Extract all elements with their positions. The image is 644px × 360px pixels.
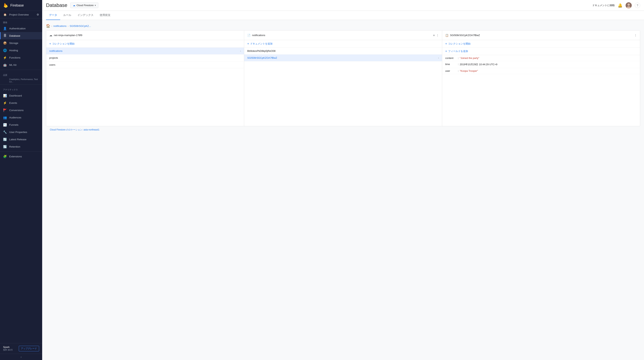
upgrade-button[interactable]: アップグレード [19, 346, 39, 351]
section-label-quality: 品質 [0, 71, 42, 77]
collection-item-projects[interactable]: projects [46, 55, 244, 61]
notification-bell-icon[interactable]: 🔔 [618, 3, 622, 8]
firebase-logo-icon [3, 3, 8, 8]
sidebar-header: Firebase [0, 0, 42, 11]
hosting-icon: 🌐 [3, 48, 7, 52]
svg-point-1 [628, 4, 630, 6]
sidebar-item-label-dashboard: Dashboard [9, 94, 22, 97]
tab-indexes[interactable]: インデックス [74, 11, 96, 20]
sidebar-item-functions[interactable]: ⚡ Functions [0, 54, 42, 61]
plan-name: Spark [3, 346, 13, 348]
field-value-content: "Joined the party" [460, 57, 479, 60]
more-icon-3[interactable]: ⋮ [634, 34, 637, 37]
column-doc-fields: 📋 SGI508rSGCpKZOA7fBwZ ⋮ + コレクションを開始 + フ… [442, 31, 640, 126]
db-selector[interactable]: ☁ Cloud Firestore ▾ [70, 3, 98, 8]
collection-item-users[interactable]: users [46, 61, 244, 68]
sidebar-item-mlkit[interactable]: 🤖 ML Kit [0, 61, 42, 69]
col3-icon: 📋 [445, 34, 448, 37]
dashboard-icon: 📊 [3, 94, 7, 97]
plus-icon-4: + [445, 50, 447, 53]
sidebar-item-conversions[interactable]: 🚩 Conversions [0, 106, 42, 114]
col3-actions: ⋮ [634, 34, 637, 37]
storage-icon: 📦 [3, 41, 7, 45]
project-overview-label: Project Overview [9, 13, 29, 16]
breadcrumb-sep-2: › [68, 25, 68, 28]
more-icon[interactable]: ⋮ [436, 34, 439, 37]
add-document-link[interactable]: + ドキュメントを追加 [244, 40, 442, 48]
sidebar-item-label-storage: Storage [9, 42, 18, 45]
sidebar-item-label-user-properties: User Properties [9, 131, 27, 134]
sidebar: Firebase 🏠 Project Overview ⚙ 開発 👤 Authe… [0, 0, 42, 360]
sidebar-divider-3 [0, 151, 42, 152]
settings-icon[interactable]: ⚙ [36, 13, 39, 16]
field-row-content: content : "Joined the party" [442, 55, 640, 61]
main-content: Database ☁ Cloud Firestore ▾ ドキュメントに移動 🔔… [42, 0, 644, 360]
field-colon-3: : [458, 69, 459, 72]
sidebar-item-label-extensions: Extensions [9, 155, 22, 158]
plan-price: 無料 $0/月 [3, 348, 13, 351]
home-icon: 🏠 [3, 13, 7, 17]
sidebar-item-label-audiences: Audiences [9, 116, 21, 119]
sidebar-item-label-events: Events [9, 101, 17, 104]
col1-title: net-ninja-marioplan-178f9 [54, 34, 241, 37]
collection-item-notifications[interactable]: notifications › [46, 48, 244, 55]
breadcrumb-notifications[interactable]: notifications [53, 25, 66, 28]
tab-usage[interactable]: 使用状況 [96, 11, 114, 20]
sidebar-item-user-properties[interactable]: 🔧 User Properties [0, 128, 42, 136]
column-collections: ☁ net-ninja-marioplan-178f9 + コレクションを開始 … [46, 31, 244, 126]
filter-icon[interactable]: ≡ [433, 34, 435, 37]
project-overview-item[interactable]: 🏠 Project Overview ⚙ [0, 11, 42, 19]
sidebar-item-extensions[interactable]: 🧩 Extensions [0, 153, 42, 160]
sidebar-item-retention[interactable]: 🔃 Retention [0, 143, 42, 150]
doc-item-2[interactable]: SGI508rSGCpKZOA7fBwZ › [244, 55, 442, 61]
start-collection-link-3[interactable]: + コレクションを開始 [442, 40, 640, 48]
collapse-icon: ‹ [21, 355, 22, 358]
tab-data[interactable]: データ [46, 11, 60, 20]
sidebar-item-latest-release[interactable]: 🔄 Latest Release [0, 136, 42, 143]
sidebar-item-funnels[interactable]: 📉 Funnels [0, 121, 42, 128]
start-collection-label-3: コレクションを開始 [448, 42, 470, 46]
start-collection-link[interactable]: + コレクションを開始 [46, 40, 244, 48]
plus-icon-2: + [247, 42, 249, 46]
sidebar-divider-1 [0, 70, 42, 70]
doc-item-1-label: Bb9okexPkD8kp5jReO08 [247, 50, 276, 52]
user-avatar[interactable] [626, 2, 632, 9]
sidebar-item-label-database: Database [9, 34, 20, 37]
help-icon[interactable]: ? [635, 3, 640, 8]
events-icon: ⚡ [3, 101, 7, 105]
sidebar-item-audiences[interactable]: 👥 Audiences [0, 114, 42, 121]
field-key-content: content [445, 57, 457, 60]
plan-info: Spark 無料 $0/月 [3, 346, 13, 351]
docs-link[interactable]: ドキュメントに移動 [592, 4, 615, 7]
database-icon: 🗄 [3, 34, 7, 38]
db-selector-label: Cloud Firestore [76, 4, 94, 7]
columns-container: ☁ net-ninja-marioplan-178f9 + コレクションを開始 … [46, 30, 640, 126]
cloud-firestore-icon: ☁ [73, 4, 75, 7]
sidebar-item-label-funnels: Funnels [9, 123, 18, 126]
sidebar-collapse-button[interactable]: ‹ [0, 354, 42, 360]
sidebar-item-database[interactable]: 🗄 Database [0, 32, 42, 39]
doc-item-1[interactable]: Bb9okexPkD8kp5jReO08 [244, 48, 442, 55]
breadcrumb-doc-id[interactable]: SGI508rSGCpKZ... [70, 25, 91, 28]
column-2-body: + ドキュメントを追加 Bb9okexPkD8kp5jReO08 SGI508r… [244, 40, 442, 126]
tab-rules[interactable]: ルール [60, 11, 74, 20]
breadcrumb: 🏠 › notifications › SGI508rSGCpKZ... [46, 24, 640, 28]
conversions-icon: 🚩 [3, 108, 7, 112]
latest-release-icon: 🔄 [3, 137, 7, 141]
sidebar-item-storage[interactable]: 📦 Storage [0, 39, 42, 47]
sidebar-item-authentication[interactable]: 👤 Authentication [0, 25, 42, 32]
column-1-header: ☁ net-ninja-marioplan-178f9 [46, 31, 244, 40]
sidebar-item-hosting[interactable]: 🌐 Hosting [0, 47, 42, 54]
topbar-right: ドキュメントに移動 🔔 ? [592, 2, 640, 9]
sidebar-item-label-mlkit: ML Kit [9, 64, 16, 66]
home-breadcrumb-icon[interactable]: 🏠 [46, 24, 50, 28]
add-field-link[interactable]: + フィールドを追加 [442, 48, 640, 55]
sidebar-item-dashboard[interactable]: 📊 Dashboard [0, 92, 42, 99]
topbar: Database ☁ Cloud Firestore ▾ ドキュメントに移動 🔔… [42, 0, 644, 11]
sidebar-item-label-authentication: Authentication [9, 27, 26, 30]
breadcrumb-sep-1: › [51, 25, 52, 28]
sidebar-item-events[interactable]: ⚡ Events [0, 99, 42, 106]
authentication-icon: 👤 [3, 27, 7, 30]
col1-icon: ☁ [49, 33, 52, 37]
sidebar-item-label-functions: Functions [9, 56, 20, 59]
